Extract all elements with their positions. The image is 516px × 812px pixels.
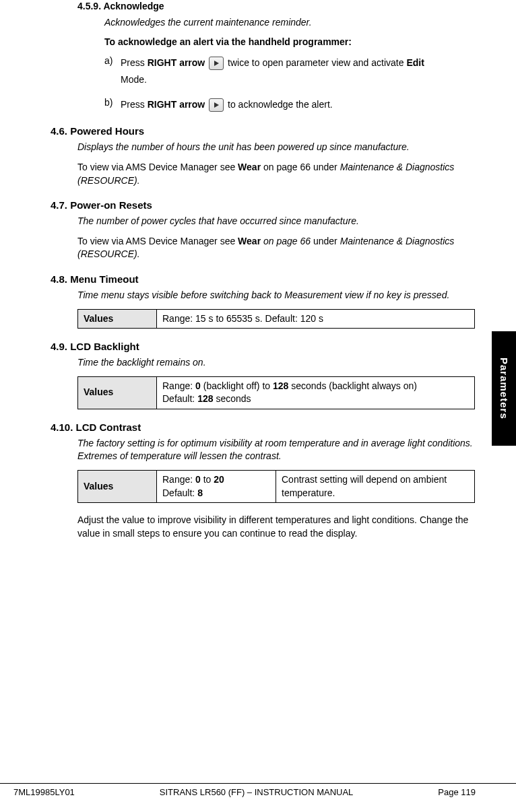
- step-a-text: Press RIGHT arrow twice to open paramete…: [121, 55, 476, 88]
- values-cell: Range: 15 s to 65535 s. Default: 120 s: [157, 309, 475, 329]
- heading-4-8: 4.8. Menu Timeout: [51, 272, 476, 286]
- body-4-10: Adjust the value to improve visibility i…: [77, 514, 476, 540]
- step-a-label: a): [104, 55, 121, 88]
- desc-4-9: Time the backlight remains on.: [77, 356, 476, 370]
- heading-4-9: 4.9. LCD Backlight: [51, 339, 476, 353]
- table-row: Values Range: 0 (backlight off) to 128 s…: [78, 376, 475, 409]
- page-content: 4.5.9. Acknowledge Acknowledges the curr…: [0, 0, 516, 540]
- desc-4-6: Displays the number of hours the unit ha…: [77, 141, 476, 154]
- values-cell: Range: 0 (backlight off) to 128 seconds …: [157, 376, 475, 409]
- footer-page-number: Page 119: [438, 786, 476, 799]
- step-b-label: b): [104, 96, 121, 113]
- heading-4-10: 4.10. LCD Contrast: [51, 420, 476, 434]
- desc-4-7: The number of power cycles that have occ…: [77, 215, 476, 228]
- step-b: b) Press RIGHT arrow to acknowledge the …: [104, 96, 476, 113]
- desc-4-8: Time menu stays visible before switching…: [77, 289, 476, 302]
- page-footer: 7ML19985LY01 SITRANS LR560 (FF) – INSTRU…: [0, 783, 516, 799]
- table-menu-timeout: Values Range: 15 s to 65535 s. Default: …: [77, 309, 475, 329]
- heading-4-7: 4.7. Power-on Resets: [51, 198, 476, 212]
- step-b-text: Press RIGHT arrow to acknowledge the ale…: [121, 96, 476, 113]
- heading-4-6: 4.6. Powered Hours: [51, 124, 476, 138]
- values-label: Values: [78, 471, 157, 503]
- ack-steps: a) Press RIGHT arrow twice to open param…: [104, 55, 476, 114]
- right-arrow-icon: [209, 57, 224, 70]
- footer-doc-id: 7ML19985LY01: [13, 786, 75, 799]
- step-a: a) Press RIGHT arrow twice to open param…: [104, 55, 476, 88]
- desc-4-5-9: Acknowledges the current maintenance rem…: [104, 16, 476, 30]
- body-4-6: To view via AMS Device Manager see Wear …: [77, 161, 476, 187]
- table-lcd-backlight: Values Range: 0 (backlight off) to 128 s…: [77, 376, 475, 409]
- values-label: Values: [78, 309, 157, 329]
- table-row: Values Range: 15 s to 65535 s. Default: …: [78, 309, 475, 329]
- table-lcd-contrast: Values Range: 0 to 20 Default: 8 Contras…: [77, 470, 475, 503]
- values-cell-note: Contrast setting will depend on ambient …: [276, 471, 475, 503]
- table-row: Values Range: 0 to 20 Default: 8 Contras…: [78, 471, 475, 503]
- values-label: Values: [78, 376, 157, 409]
- right-arrow-icon: [209, 98, 224, 112]
- desc-4-10: The factory setting is for optimum visib…: [77, 437, 476, 463]
- values-cell-range: Range: 0 to 20 Default: 8: [157, 471, 276, 503]
- heading-4-5-9: 4.5.9. Acknowledge: [77, 0, 476, 13]
- body-4-7: To view via AMS Device Manager see Wear …: [77, 235, 476, 261]
- footer-title: SITRANS LR560 (FF) – INSTRUCTION MANUAL: [75, 786, 438, 799]
- ack-procedure-title: To acknowledge an alert via the handheld…: [104, 36, 476, 49]
